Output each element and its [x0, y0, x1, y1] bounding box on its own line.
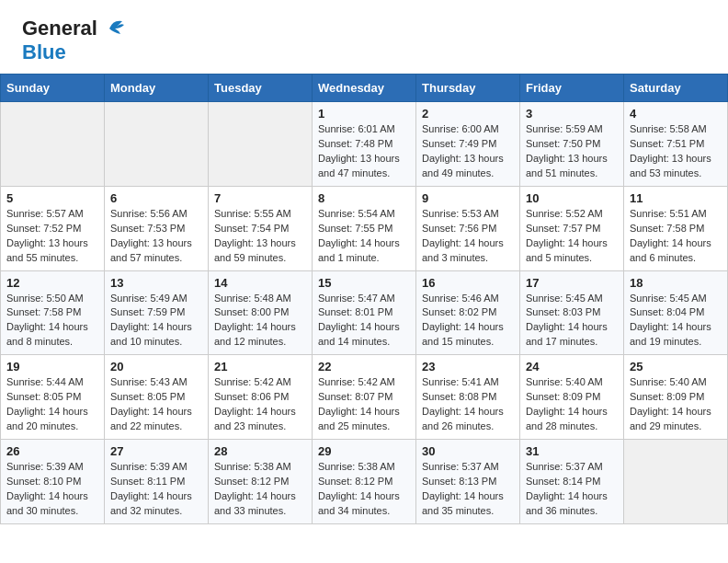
calendar-cell: 20Sunrise: 5:43 AMSunset: 8:05 PMDayligh…: [105, 355, 209, 440]
calendar-cell: 31Sunrise: 5:37 AMSunset: 8:14 PMDayligh…: [520, 440, 624, 524]
day-number: 30: [422, 444, 514, 458]
day-info: Sunrise: 5:49 AMSunset: 7:59 PMDaylight:…: [110, 292, 202, 350]
day-number: 13: [110, 276, 202, 290]
calendar-cell: 28Sunrise: 5:38 AMSunset: 8:12 PMDayligh…: [209, 440, 313, 524]
day-number: 23: [422, 360, 514, 373]
day-number: 7: [214, 191, 306, 205]
logo: General Blue: [22, 17, 126, 64]
day-info: Sunrise: 5:40 AMSunset: 8:09 PMDaylight:…: [526, 375, 618, 434]
day-info: Sunrise: 5:46 AMSunset: 8:02 PMDaylight:…: [422, 292, 514, 350]
day-number: 11: [630, 191, 722, 205]
day-info: Sunrise: 5:48 AMSunset: 8:00 PMDaylight:…: [214, 292, 306, 350]
day-number: 18: [630, 276, 722, 290]
weekday-header-wednesday: Wednesday: [313, 75, 416, 102]
day-info: Sunrise: 5:47 AMSunset: 8:01 PMDaylight:…: [318, 292, 410, 350]
day-number: 15: [318, 276, 410, 290]
day-info: Sunrise: 6:01 AMSunset: 7:48 PMDaylight:…: [318, 122, 410, 181]
day-info: Sunrise: 5:54 AMSunset: 7:55 PMDaylight:…: [318, 207, 410, 266]
calendar-cell: 11Sunrise: 5:51 AMSunset: 7:58 PMDayligh…: [624, 186, 728, 270]
calendar-cell: 10Sunrise: 5:52 AMSunset: 7:57 PMDayligh…: [520, 186, 624, 270]
day-number: 21: [214, 360, 306, 373]
day-number: 8: [318, 191, 410, 205]
day-info: Sunrise: 5:41 AMSunset: 8:08 PMDaylight:…: [422, 375, 514, 434]
calendar-cell: 13Sunrise: 5:49 AMSunset: 7:59 PMDayligh…: [105, 270, 209, 355]
day-info: Sunrise: 5:52 AMSunset: 7:57 PMDaylight:…: [526, 207, 618, 266]
weekday-header-monday: Monday: [105, 75, 209, 102]
calendar-cell: 19Sunrise: 5:44 AMSunset: 8:05 PMDayligh…: [1, 355, 105, 440]
day-number: 27: [110, 444, 202, 458]
calendar-cell: 18Sunrise: 5:45 AMSunset: 8:04 PMDayligh…: [624, 270, 728, 355]
day-info: Sunrise: 5:51 AMSunset: 7:58 PMDaylight:…: [630, 207, 722, 266]
day-info: Sunrise: 5:58 AMSunset: 7:51 PMDaylight:…: [630, 122, 722, 181]
calendar-cell: [209, 102, 313, 187]
day-info: Sunrise: 5:59 AMSunset: 7:50 PMDaylight:…: [526, 122, 618, 181]
calendar-cell: [105, 102, 209, 187]
weekday-header-thursday: Thursday: [416, 75, 520, 102]
logo-bird-icon: [100, 17, 126, 40]
calendar-cell: [1, 102, 105, 187]
day-number: 24: [526, 360, 618, 373]
day-number: 17: [526, 276, 618, 290]
day-number: 22: [318, 360, 410, 373]
day-info: Sunrise: 5:56 AMSunset: 7:53 PMDaylight:…: [110, 207, 202, 266]
day-info: Sunrise: 5:50 AMSunset: 7:58 PMDaylight:…: [6, 292, 98, 350]
day-info: Sunrise: 5:45 AMSunset: 8:03 PMDaylight:…: [526, 292, 618, 350]
day-info: Sunrise: 5:38 AMSunset: 8:12 PMDaylight:…: [214, 460, 306, 519]
calendar-cell: 30Sunrise: 5:37 AMSunset: 8:13 PMDayligh…: [416, 440, 520, 524]
day-number: 3: [526, 107, 618, 121]
day-number: 31: [526, 444, 618, 458]
day-number: 1: [318, 107, 410, 121]
day-info: Sunrise: 5:55 AMSunset: 7:54 PMDaylight:…: [214, 207, 306, 266]
day-number: 19: [6, 360, 98, 373]
day-number: 6: [110, 191, 202, 205]
day-info: Sunrise: 5:42 AMSunset: 8:06 PMDaylight:…: [214, 375, 306, 434]
calendar-cell: 14Sunrise: 5:48 AMSunset: 8:00 PMDayligh…: [209, 270, 313, 355]
day-info: Sunrise: 5:38 AMSunset: 8:12 PMDaylight:…: [318, 460, 410, 519]
day-number: 26: [6, 444, 98, 458]
calendar-cell: [624, 440, 728, 524]
calendar-cell: 17Sunrise: 5:45 AMSunset: 8:03 PMDayligh…: [520, 270, 624, 355]
calendar-cell: 2Sunrise: 6:00 AMSunset: 7:49 PMDaylight…: [416, 102, 520, 187]
day-number: 10: [526, 191, 618, 205]
weekday-header-tuesday: Tuesday: [209, 75, 313, 102]
weekday-header-row: SundayMondayTuesdayWednesdayThursdayFrid…: [1, 75, 728, 102]
calendar-cell: 1Sunrise: 6:01 AMSunset: 7:48 PMDaylight…: [313, 102, 416, 187]
weekday-header-friday: Friday: [520, 75, 624, 102]
logo-general-text: General: [22, 17, 97, 40]
calendar-cell: 4Sunrise: 5:58 AMSunset: 7:51 PMDaylight…: [624, 102, 728, 187]
day-info: Sunrise: 5:37 AMSunset: 8:13 PMDaylight:…: [422, 460, 514, 519]
calendar-week-1: 1Sunrise: 6:01 AMSunset: 7:48 PMDaylight…: [1, 102, 728, 187]
calendar-cell: 3Sunrise: 5:59 AMSunset: 7:50 PMDaylight…: [520, 102, 624, 187]
day-number: 28: [214, 444, 306, 458]
weekday-header-sunday: Sunday: [1, 75, 105, 102]
calendar-week-4: 19Sunrise: 5:44 AMSunset: 8:05 PMDayligh…: [1, 355, 728, 440]
calendar-week-5: 26Sunrise: 5:39 AMSunset: 8:10 PMDayligh…: [1, 440, 728, 524]
calendar-cell: 22Sunrise: 5:42 AMSunset: 8:07 PMDayligh…: [313, 355, 416, 440]
day-number: 12: [6, 276, 98, 290]
calendar-cell: 5Sunrise: 5:57 AMSunset: 7:52 PMDaylight…: [1, 186, 105, 270]
calendar-cell: 12Sunrise: 5:50 AMSunset: 7:58 PMDayligh…: [1, 270, 105, 355]
day-number: 25: [630, 360, 722, 373]
day-info: Sunrise: 5:42 AMSunset: 8:07 PMDaylight:…: [318, 375, 410, 434]
day-number: 4: [630, 107, 722, 121]
day-info: Sunrise: 5:37 AMSunset: 8:14 PMDaylight:…: [526, 460, 618, 519]
day-info: Sunrise: 5:39 AMSunset: 8:11 PMDaylight:…: [110, 460, 202, 519]
day-info: Sunrise: 5:39 AMSunset: 8:10 PMDaylight:…: [6, 460, 98, 519]
calendar-cell: 25Sunrise: 5:40 AMSunset: 8:09 PMDayligh…: [624, 355, 728, 440]
day-number: 5: [6, 191, 98, 205]
calendar-cell: 7Sunrise: 5:55 AMSunset: 7:54 PMDaylight…: [209, 186, 313, 270]
day-info: Sunrise: 6:00 AMSunset: 7:49 PMDaylight:…: [422, 122, 514, 181]
calendar-cell: 15Sunrise: 5:47 AMSunset: 8:01 PMDayligh…: [313, 270, 416, 355]
calendar-cell: 9Sunrise: 5:53 AMSunset: 7:56 PMDaylight…: [416, 186, 520, 270]
calendar-cell: 8Sunrise: 5:54 AMSunset: 7:55 PMDaylight…: [313, 186, 416, 270]
day-info: Sunrise: 5:44 AMSunset: 8:05 PMDaylight:…: [6, 375, 98, 434]
calendar-cell: 26Sunrise: 5:39 AMSunset: 8:10 PMDayligh…: [1, 440, 105, 524]
day-number: 2: [422, 107, 514, 121]
calendar-week-3: 12Sunrise: 5:50 AMSunset: 7:58 PMDayligh…: [1, 270, 728, 355]
day-number: 14: [214, 276, 306, 290]
day-number: 20: [110, 360, 202, 373]
day-number: 9: [422, 191, 514, 205]
calendar-cell: 23Sunrise: 5:41 AMSunset: 8:08 PMDayligh…: [416, 355, 520, 440]
calendar-week-2: 5Sunrise: 5:57 AMSunset: 7:52 PMDaylight…: [1, 186, 728, 270]
calendar-cell: 16Sunrise: 5:46 AMSunset: 8:02 PMDayligh…: [416, 270, 520, 355]
